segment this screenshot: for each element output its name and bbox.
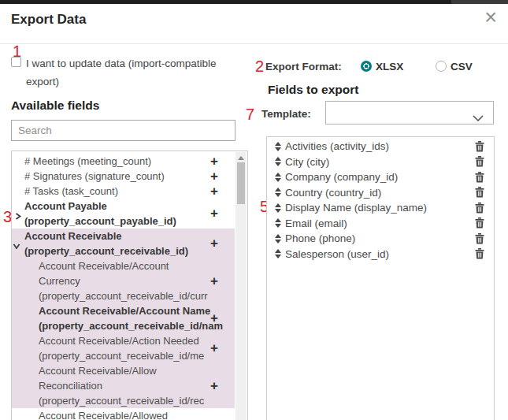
add-field-icon[interactable]: + xyxy=(210,381,218,391)
available-field-label: # Meetings (meeting_count) xyxy=(24,154,235,169)
drag-handle-icon[interactable] xyxy=(275,173,281,182)
available-field-label: Account Receivable/Action Needed xyxy=(39,333,235,348)
xlsx-radio-label[interactable]: XLSX xyxy=(376,61,403,72)
search-input[interactable] xyxy=(11,120,235,141)
add-field-icon[interactable]: + xyxy=(210,239,218,248)
available-field-item[interactable]: # Tasks (task_count)+ xyxy=(12,184,235,199)
export-field-label: Email (email) xyxy=(285,217,475,229)
update-data-checkbox[interactable] xyxy=(11,57,21,67)
available-field-label: Account Payable xyxy=(24,199,235,214)
available-field-item[interactable]: # Meetings (meeting_count)+ xyxy=(12,154,235,169)
drag-handle-icon[interactable] xyxy=(275,142,281,151)
available-field-label: (property_account_payable_id) xyxy=(24,214,235,229)
add-field-icon[interactable]: + xyxy=(210,157,218,166)
csv-radio[interactable] xyxy=(436,61,447,72)
drag-handle-icon[interactable] xyxy=(275,157,281,166)
available-field-item[interactable]: Account Receivable/Account Name(property… xyxy=(12,303,235,333)
chevron-down-icon xyxy=(473,110,484,125)
available-field-label: (property_account_receivable_id) xyxy=(24,243,235,258)
trash-icon[interactable] xyxy=(475,217,484,229)
trash-icon[interactable] xyxy=(475,248,484,259)
available-field-label: Reconciliation xyxy=(39,378,235,393)
export-field-item[interactable]: Salesperson (user_id) xyxy=(267,247,494,262)
close-icon[interactable]: × xyxy=(484,6,497,28)
export-field-item[interactable]: Company (company_id) xyxy=(267,169,494,185)
available-field-item[interactable]: # Signatures (signature_count)+ xyxy=(12,169,235,184)
trash-icon[interactable] xyxy=(475,233,484,244)
trash-icon[interactable] xyxy=(475,156,484,167)
drag-handle-icon[interactable] xyxy=(275,234,281,243)
xlsx-radio[interactable] xyxy=(361,61,372,72)
available-field-item[interactable]: Account Receivable(property_account_rece… xyxy=(12,229,235,258)
trash-icon[interactable] xyxy=(475,203,484,214)
trash-icon[interactable] xyxy=(475,172,484,183)
export-field-item[interactable]: Display Name (display_name) xyxy=(267,200,494,216)
available-field-item[interactable]: Account Receivable/Action Needed(propert… xyxy=(12,333,235,363)
available-field-label: # Tasks (task_count) xyxy=(24,184,235,199)
export-field-label: Activities (activity_ids) xyxy=(285,140,475,152)
drag-handle-icon[interactable] xyxy=(275,203,281,213)
export-data-dialog: Export Data × 1 2 3 4 5 6 7 I want to up… xyxy=(0,0,508,420)
expand-caret-icon[interactable] xyxy=(14,210,23,218)
export-field-item[interactable]: City (city) xyxy=(267,154,494,170)
export-field-label: Display Name (display_name) xyxy=(285,202,475,214)
export-field-label: Company (company_id) xyxy=(285,171,475,183)
export-format-label: Export Format: xyxy=(265,61,342,72)
add-field-icon[interactable]: + xyxy=(210,344,218,353)
available-field-label: # Signatures (signature_count) xyxy=(24,169,235,184)
available-field-item[interactable]: Account Receivable/AllowReconciliation(p… xyxy=(12,363,235,408)
add-field-icon[interactable]: + xyxy=(210,187,218,196)
available-field-label: Currency xyxy=(39,273,235,288)
template-label: Template: xyxy=(261,108,311,120)
export-field-item[interactable]: Email (email) xyxy=(267,216,494,232)
scroll-up-icon[interactable] xyxy=(238,156,244,160)
available-field-label: Account Receivable/Account xyxy=(39,258,235,273)
add-field-icon[interactable]: + xyxy=(210,172,218,181)
available-field-label: (property_account_receivable_id/me xyxy=(39,348,235,363)
add-field-icon[interactable]: + xyxy=(210,314,218,323)
export-field-label: City (city) xyxy=(285,156,475,168)
template-select[interactable] xyxy=(325,101,494,125)
trash-icon[interactable] xyxy=(475,187,484,198)
available-field-label: Account Receivable/Allowed xyxy=(39,408,235,420)
scrollbar-thumb[interactable] xyxy=(237,162,245,204)
drag-handle-icon[interactable] xyxy=(275,218,281,228)
available-fields-heading: Available fields xyxy=(11,98,99,113)
add-field-icon[interactable]: + xyxy=(210,277,218,286)
available-field-item[interactable]: Account Receivable/AccountCurrency(prope… xyxy=(12,258,235,303)
dialog-title: Export Data xyxy=(11,12,86,28)
header-divider xyxy=(0,43,508,44)
available-field-label: (property_account_receivable_id/curr xyxy=(39,288,235,303)
annotation-number: 2 xyxy=(255,58,264,74)
background-page-strip xyxy=(0,0,508,4)
export-field-item[interactable]: Phone (phone) xyxy=(267,231,494,247)
available-fields-list: # Meetings (meeting_count)+# Signatures … xyxy=(11,151,248,420)
csv-radio-label[interactable]: CSV xyxy=(451,61,473,72)
add-field-icon[interactable]: + xyxy=(210,209,218,218)
export-field-label: Phone (phone) xyxy=(285,232,475,244)
export-field-item[interactable]: Country (country_id) xyxy=(267,185,494,201)
available-field-item[interactable]: Account Receivable/Allowed xyxy=(12,408,235,420)
available-field-label: (property_account_receivable_id/nam xyxy=(39,318,235,333)
fields-to-export-heading: Fields to export xyxy=(268,83,358,97)
collapse-caret-icon[interactable] xyxy=(13,240,21,248)
annotation-number: 7 xyxy=(246,106,254,122)
available-field-label: Account Receivable/Allow xyxy=(39,363,235,378)
fields-to-export-list: Activities (activity_ids)City (city)Comp… xyxy=(266,136,495,420)
available-field-label: Account Receivable/Account Name xyxy=(39,303,235,318)
available-field-label: (property_account_receivable_id/rec xyxy=(39,393,235,408)
available-field-label: Account Receivable xyxy=(24,229,235,243)
trash-icon[interactable] xyxy=(475,141,484,152)
drag-handle-icon[interactable] xyxy=(275,249,281,258)
drag-handle-icon[interactable] xyxy=(275,188,281,197)
update-data-label: I want to update data (import-compatible… xyxy=(26,54,240,91)
export-field-label: Salesperson (user_id) xyxy=(285,248,475,260)
available-field-item[interactable]: Account Payable(property_account_payable… xyxy=(12,199,235,229)
export-field-label: Country (country_id) xyxy=(285,187,475,199)
background-page-strip-light xyxy=(451,0,508,4)
export-field-item[interactable]: Activities (activity_ids) xyxy=(267,139,494,154)
scrollbar-track[interactable] xyxy=(235,152,247,420)
